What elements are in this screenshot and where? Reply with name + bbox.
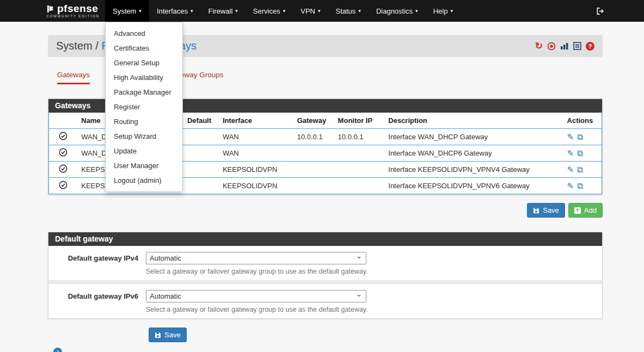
cell-description: Interface WAN_DHCP Gateway	[384, 129, 562, 145]
default-gateway-ipv4-help: Select a gateway or failover gateway gro…	[146, 268, 368, 275]
edit-pencil-icon[interactable]: ✎	[567, 149, 574, 158]
logo-subtext: COMMUNITY EDITION	[46, 14, 100, 18]
default-gateway-ipv6-help: Select a gateway or failover gateway gro…	[146, 306, 368, 313]
save-button[interactable]: Save	[527, 203, 565, 218]
caret-down-icon: ▾	[283, 9, 286, 14]
breadcrumb-section: System	[56, 40, 93, 52]
caret-down-icon: ▾	[191, 9, 193, 14]
nav-label-status: Status	[336, 7, 356, 15]
cell-gateway	[293, 162, 334, 178]
menu-item-package-manager[interactable]: Package Manager	[106, 85, 182, 100]
info-circle-icon[interactable]: i	[53, 348, 62, 352]
monitor-chart-icon[interactable]	[560, 42, 569, 50]
nav-label-system: System	[113, 7, 136, 15]
nav-item-interfaces[interactable]: Interfaces▾	[149, 0, 201, 22]
add-button-label: Add	[584, 206, 597, 215]
cell-monitor-ip	[334, 145, 384, 162]
caret-down-icon: ▾	[318, 9, 321, 14]
header-action-icons: ↻ ?	[535, 41, 594, 51]
cell-default	[183, 162, 218, 178]
cell-monitor-ip: 10.0.0.1	[334, 129, 384, 145]
cell-interface: KEEPSOLIDVPN	[218, 162, 293, 178]
nav-item-system[interactable]: System ▾ Advanced Certificates General S…	[105, 0, 149, 22]
select-caret-wrap: Automatic	[146, 252, 366, 264]
tab-gateways[interactable]: Gateways	[57, 71, 90, 84]
menu-item-setup-wizard[interactable]: Setup Wizard	[106, 129, 182, 144]
cell-default	[183, 178, 218, 194]
save-button-label: Save	[543, 206, 559, 215]
pfsense-flag-icon	[46, 5, 54, 13]
nav-item-services[interactable]: Services▾	[246, 0, 293, 22]
form-row-ipv6: Default gateway IPv6 Automatic Select a …	[48, 280, 602, 318]
sign-out-icon	[596, 7, 605, 15]
col-actions: Actions	[563, 113, 602, 129]
nav-item-vpn[interactable]: VPN▾	[293, 0, 328, 22]
save-button-label: Save	[164, 330, 181, 339]
caret-down-icon: ▾	[139, 9, 142, 14]
menu-item-advanced[interactable]: Advanced	[106, 26, 182, 41]
col-gateway: Gateway	[293, 113, 334, 129]
copy-icon[interactable]: ⧉	[577, 165, 583, 174]
default-gateway-ipv6-select[interactable]: Automatic	[146, 290, 366, 302]
nav-item-help[interactable]: Help▾	[426, 0, 461, 22]
check-circle-icon	[59, 148, 68, 157]
nav-item-firewall[interactable]: Firewall▾	[201, 0, 246, 22]
plus-icon: +	[574, 207, 581, 214]
col-status	[49, 113, 77, 129]
col-default: Default	[183, 113, 218, 129]
nav-label-firewall: Firewall	[208, 7, 233, 15]
logo-text: pfsense	[57, 4, 98, 14]
cell-interface: WAN	[218, 145, 293, 162]
default-gateway-panel: Default gateway Default gateway IPv4 Aut…	[48, 232, 603, 319]
copy-icon[interactable]: ⧉	[577, 181, 583, 190]
refresh-icon[interactable]: ↻	[535, 41, 543, 51]
cell-interface: WAN	[218, 129, 293, 145]
cell-gateway	[293, 178, 334, 194]
caret-down-icon: ▾	[235, 9, 238, 14]
menu-item-logout[interactable]: Logout (admin)	[106, 173, 182, 188]
log-icon[interactable]	[573, 42, 581, 50]
cell-gateway: 10.0.0.1	[293, 129, 334, 145]
help-icon[interactable]: ?	[586, 42, 594, 51]
nav-label-diagnostics: Diagnostics	[376, 7, 413, 15]
menu-item-update[interactable]: Update	[106, 144, 182, 158]
add-button[interactable]: + Add	[568, 203, 603, 218]
nav-item-diagnostics[interactable]: Diagnostics▾	[369, 0, 426, 22]
breadcrumb-separator: /	[95, 40, 99, 52]
default-gateway-ipv6-label: Default gateway IPv6	[57, 290, 138, 313]
default-gateway-ipv4-select[interactable]: Automatic	[146, 252, 366, 264]
reset-states-icon[interactable]	[547, 42, 556, 51]
menu-item-general-setup[interactable]: General Setup	[106, 55, 182, 70]
col-description: Description	[384, 113, 562, 129]
nav-item-status[interactable]: Status▾	[328, 0, 369, 22]
menu-item-high-availability[interactable]: High Availability	[106, 70, 182, 85]
form-row-ipv4: Default gateway IPv4 Automatic Select a …	[48, 246, 602, 280]
pfsense-logo[interactable]: pfsense COMMUNITY EDITION	[46, 0, 100, 22]
menu-item-register[interactable]: Register	[106, 100, 182, 114]
cell-description: Interface KEEPSOLIDVPN_VPNV4 Gateway	[384, 162, 562, 178]
menu-item-user-manager[interactable]: User Manager	[106, 158, 182, 173]
check-circle-icon	[59, 164, 68, 173]
caret-down-icon: ▾	[358, 9, 361, 14]
nav-label-interfaces: Interfaces	[157, 7, 188, 15]
default-gateway-ipv4-label: Default gateway IPv4	[57, 252, 138, 275]
cell-interface: KEEPSOLIDVPN	[218, 178, 293, 194]
logout-button[interactable]	[588, 0, 612, 22]
caret-down-icon: ▾	[415, 9, 418, 14]
default-gateway-panel-title: Default gateway	[48, 232, 602, 246]
check-circle-icon	[59, 132, 68, 140]
edit-pencil-icon[interactable]: ✎	[567, 165, 574, 174]
save-floppy-icon	[533, 207, 539, 214]
edit-pencil-icon[interactable]: ✎	[567, 181, 574, 190]
caret-down-icon: ▾	[450, 9, 453, 14]
main-nav: System ▾ Advanced Certificates General S…	[105, 0, 461, 22]
copy-icon[interactable]: ⧉	[577, 132, 583, 141]
edit-pencil-icon[interactable]: ✎	[567, 132, 574, 141]
nav-label-help: Help	[433, 7, 448, 15]
save-default-gateway-button[interactable]: Save	[149, 328, 187, 342]
menu-item-routing[interactable]: Routing	[106, 114, 182, 129]
menu-item-certificates[interactable]: Certificates	[106, 41, 182, 55]
copy-icon[interactable]: ⧉	[577, 149, 583, 158]
top-navbar: pfsense COMMUNITY EDITION System ▾ Advan…	[0, 0, 644, 22]
cell-description: Interface WAN_DHCP6 Gateway	[384, 145, 562, 162]
